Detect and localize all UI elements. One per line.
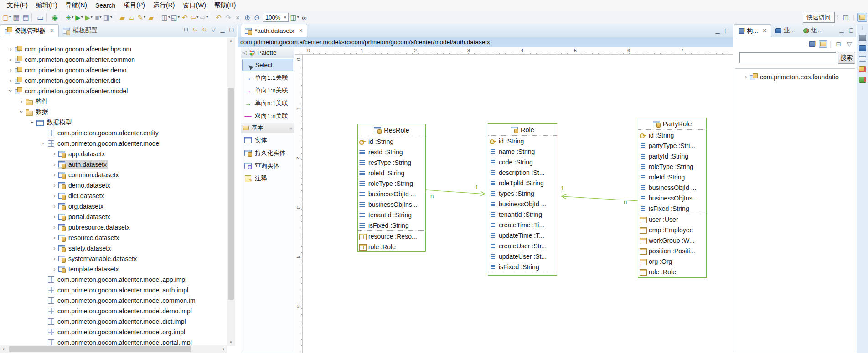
scrollbar-thumb[interactable] bbox=[228, 88, 234, 300]
search-input[interactable] bbox=[739, 52, 836, 63]
tree-item[interactable]: auth.datasetx bbox=[0, 159, 227, 169]
expand-arrow-icon[interactable] bbox=[7, 46, 14, 52]
tree-item[interactable]: safety.datasetx bbox=[0, 243, 227, 253]
expand-arrow-icon[interactable] bbox=[51, 255, 58, 262]
entity-field[interactable]: businessObjIns... bbox=[638, 193, 706, 203]
scroll-down-icon[interactable]: ∨ bbox=[227, 339, 235, 346]
entity-field[interactable]: businessObjIns... bbox=[358, 199, 425, 210]
collapse-all-icon[interactable]: ⊟ bbox=[834, 40, 842, 48]
toolbar-button[interactable]: ▶ bbox=[84, 12, 93, 23]
vertical-scrollbar[interactable]: ∧ ∨ bbox=[227, 38, 235, 346]
tab-template-config[interactable]: 模板配置 bbox=[59, 24, 102, 37]
expand-arrow-icon[interactable] bbox=[7, 87, 14, 94]
tree-item[interactable]: com.primeton.gocom.afcenter.dict bbox=[0, 75, 227, 86]
expand-arrow-icon[interactable] bbox=[7, 56, 14, 63]
drag-handle[interactable]: ⁞ bbox=[862, 26, 863, 31]
tree-item[interactable]: 数据 bbox=[0, 107, 227, 117]
entity-field[interactable]: updateUser :St... bbox=[488, 251, 557, 261]
toolbar-button[interactable]: ⇨ bbox=[199, 12, 209, 23]
expand-arrow-icon[interactable] bbox=[7, 77, 14, 84]
scroll-right-icon[interactable]: › bbox=[220, 345, 227, 353]
tree-item[interactable]: com.primeton.gocom.afcenter.model.org.im… bbox=[0, 327, 227, 337]
expand-arrow-icon[interactable] bbox=[51, 150, 58, 157]
toolbar-button[interactable]: ◨ bbox=[103, 12, 113, 23]
diagram-canvas[interactable]: 1 n 1 n ResRole bbox=[303, 55, 733, 353]
toolbar-button[interactable] bbox=[114, 13, 117, 21]
toolbar-button[interactable] bbox=[157, 13, 160, 21]
tab-component-library[interactable]: 构... ✕ bbox=[734, 24, 771, 37]
entity-association[interactable]: emp :Employee bbox=[638, 225, 706, 235]
toolbar-button[interactable]: ▰ bbox=[146, 12, 156, 23]
tab-organization[interactable]: 组... bbox=[799, 24, 827, 37]
entity[interactable]: ResRole id :String resId :String bbox=[357, 124, 426, 252]
tree-item[interactable]: com.primeton.eos.foundatio bbox=[735, 72, 855, 82]
toolbar-button[interactable]: ↶ bbox=[214, 12, 223, 23]
toolbar-button[interactable]: ▶ bbox=[74, 12, 84, 23]
tree-item[interactable]: pubresource.datasetx bbox=[0, 222, 227, 232]
entity-field[interactable]: roleTplId :String bbox=[488, 178, 557, 188]
menu-item[interactable]: 运行(R) bbox=[149, 0, 179, 10]
toolbar-button[interactable]: ↶ bbox=[180, 12, 190, 23]
expand-arrow-icon[interactable] bbox=[743, 73, 749, 80]
breadcrumb[interactable]: com.primeton.gocom.afcenter.model/src/co… bbox=[238, 37, 733, 47]
horizontal-scrollbar[interactable]: ‹ › bbox=[0, 345, 227, 353]
entity-field[interactable]: id :String bbox=[638, 130, 706, 140]
entity-field[interactable]: partyType :Stri... bbox=[638, 140, 706, 151]
entity-field[interactable]: updateTime :T... bbox=[488, 230, 557, 240]
tree-item[interactable]: org.datasetx bbox=[0, 201, 227, 211]
editor-tab-auth-datasetx[interactable]: *auth.datasetx ✕ bbox=[241, 24, 307, 37]
tree-item[interactable]: common.datasetx bbox=[0, 169, 227, 180]
entity[interactable]: PartyRole id :String partyType :Stri. bbox=[638, 118, 707, 278]
entity-association[interactable]: user :User bbox=[638, 214, 706, 225]
entity-title[interactable]: Role bbox=[488, 124, 557, 136]
menu-item[interactable]: Search bbox=[91, 1, 119, 10]
tree-item[interactable]: com.primeton.gocom.afcenter.demo bbox=[0, 65, 227, 75]
minimized-view-properties-icon[interactable] bbox=[859, 56, 866, 62]
tree-item[interactable]: com.primeton.gocom.afcenter.model.auth.i… bbox=[0, 285, 227, 295]
expand-arrow-icon[interactable] bbox=[51, 161, 58, 168]
view-menu-icon[interactable]: ▽ bbox=[845, 40, 853, 48]
palette-tool[interactable]: 单向n:1关联 bbox=[242, 97, 293, 109]
resource-perspective-button[interactable] bbox=[857, 13, 867, 22]
tree-item[interactable]: resource.datasetx bbox=[0, 232, 227, 243]
entity-field[interactable]: roleType :String bbox=[358, 178, 425, 189]
toolbar-button[interactable]: × bbox=[233, 12, 243, 23]
toolbar-button[interactable]: ◱ bbox=[170, 12, 180, 23]
scroll-up-icon[interactable]: ∧ bbox=[227, 38, 235, 45]
close-icon[interactable]: ✕ bbox=[763, 28, 767, 34]
toolbar-button[interactable]: ▦ bbox=[11, 12, 21, 23]
toolbar-button[interactable] bbox=[46, 13, 49, 21]
expand-arrow-icon[interactable] bbox=[18, 108, 25, 115]
entity-title[interactable]: PartyRole bbox=[638, 118, 706, 130]
entity-field[interactable]: id :String bbox=[488, 136, 557, 146]
toolbar-button[interactable]: ■ bbox=[93, 12, 103, 23]
expand-arrow-icon[interactable] bbox=[51, 203, 58, 210]
expand-arrow-icon[interactable] bbox=[51, 171, 58, 178]
entity-field[interactable]: resId :String bbox=[358, 147, 425, 157]
refresh-icon[interactable]: ↻ bbox=[201, 26, 207, 32]
toolbar-button[interactable]: ⇦ bbox=[190, 12, 199, 23]
toolbar-button[interactable]: ∞ bbox=[300, 12, 309, 23]
quick-access-button[interactable]: 快速访问 bbox=[803, 12, 835, 23]
toolbar-button[interactable] bbox=[210, 13, 213, 21]
view-menu-icon[interactable]: ▽ bbox=[210, 26, 217, 32]
tree-item[interactable]: app.datasetx bbox=[0, 148, 227, 159]
show-folders-toggle[interactable] bbox=[819, 40, 827, 48]
entity-field[interactable]: name :String bbox=[488, 146, 557, 157]
toolbar-button[interactable]: ✳ bbox=[65, 12, 74, 23]
minimize-icon[interactable]: ▁ bbox=[219, 26, 226, 32]
palette-tool[interactable]: 单向1:1关联 bbox=[242, 72, 293, 84]
tree-item[interactable]: com.primeton.gocom.afcenter.model.portal… bbox=[0, 337, 227, 346]
entity[interactable]: Role id :String name :String bbox=[488, 123, 557, 276]
zoom-level-combo[interactable]: 100% ▾ bbox=[263, 13, 289, 22]
scrollbar-thumb[interactable] bbox=[9, 346, 191, 352]
tree-item[interactable]: 构件 bbox=[0, 96, 227, 107]
link-with-editor-icon[interactable]: ⇆ bbox=[192, 26, 198, 32]
toolbar-button[interactable]: ▤ bbox=[21, 12, 31, 23]
close-icon[interactable]: ✕ bbox=[50, 28, 54, 34]
minimized-view-console-icon[interactable] bbox=[859, 45, 866, 51]
entity-field[interactable]: businessObjId ... bbox=[358, 189, 425, 199]
entity-field[interactable]: tenantId :String bbox=[488, 209, 557, 220]
entity-association[interactable]: role :Role bbox=[638, 266, 706, 277]
palette-tool[interactable]: 双向1:n关联 bbox=[242, 110, 293, 122]
